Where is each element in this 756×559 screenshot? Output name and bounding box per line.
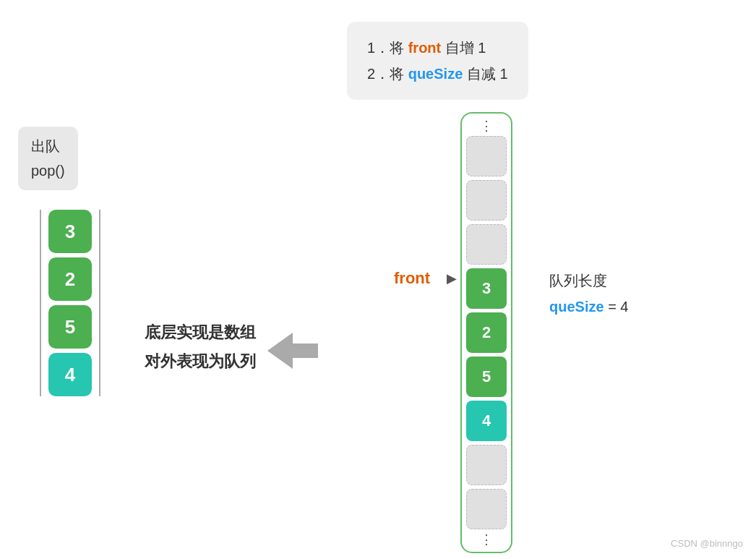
front-arrow-icon: ▶ [447,270,457,286]
queue-size-label: 队列长度 queSize = 4 [549,268,629,320]
instruction-line2: 2．将 queSize 自减 1 [367,61,508,87]
stack-item-5: 5 [48,305,92,349]
array-cell-empty-3 [466,224,507,265]
stack-item-4: 4 [48,353,92,396]
top-dots: ⋮ [480,119,493,132]
stack-item-2: 2 [48,257,92,301]
array-cell-empty-5 [466,489,507,529]
left-arrow-icon [267,333,318,372]
array-cell-empty-4 [466,445,507,485]
instruction-box: 1．将 front 自增 1 2．将 queSize 自减 1 [347,22,528,100]
front-label: front [394,269,430,288]
array-cell-empty-2 [466,180,507,221]
bottom-dots: ⋮ [480,533,493,546]
left-stack: 3 2 5 4 [40,210,100,396]
array-cell-empty-1 [466,136,507,176]
instruction-line1: 1．将 front 自增 1 [367,35,508,61]
array-container: ⋮ 3 2 5 4 ⋮ [460,112,512,553]
array-cell-5: 5 [466,357,507,397]
center-description: 底层实现是数组 对外表现为队列 [145,318,256,375]
svg-marker-0 [267,333,318,369]
watermark: CSDN @binnngo [671,538,743,549]
array-cell-4: 4 [466,401,507,441]
array-cell-2: 2 [466,312,507,353]
pop-label: 出队 pop() [18,127,78,190]
stack-item-3: 3 [48,210,92,253]
array-cell-3: 3 [466,268,507,309]
